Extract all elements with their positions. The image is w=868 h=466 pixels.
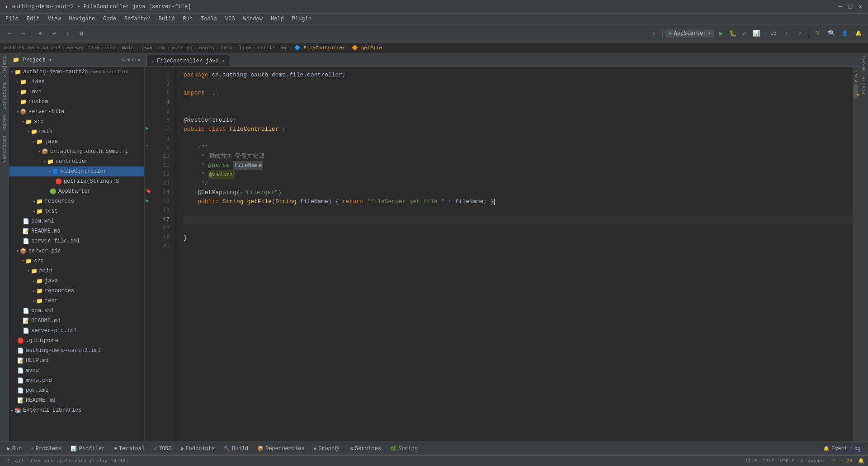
toolbar-account[interactable]: 👤 [839,28,851,39]
breadcrumb-demo[interactable]: demo [221,45,232,51]
breadcrumb-src[interactable]: src [106,45,115,51]
menu-navigate[interactable]: Navigate [65,15,99,23]
editor[interactable]: ▶ ▾ 🔖 ▶ 1 2 3 4 5 6 7 8 9 10 11 [145,67,859,442]
toolbar-update[interactable]: ↑ [781,28,793,39]
tree-server-pic[interactable]: 📦 server-pic [9,246,144,256]
tree-server-iml[interactable]: 📄 server-file.iml [9,236,144,246]
tree-server-pic-iml[interactable]: 📄 server-pic.iml [9,326,144,336]
tab-close-button[interactable]: ✕ [222,58,224,64]
tree-main[interactable]: 📁 main [9,127,144,137]
sidebar-structure-tab[interactable]: Structure [1,80,8,112]
tree-readme-root[interactable]: 📝 README.md [9,395,144,405]
breadcrumb-module[interactable]: server-file [67,45,100,51]
sidebar-favorites-tab[interactable]: Favorites [1,133,8,165]
tree-resources2[interactable]: 📁 resources [9,286,144,296]
menu-view[interactable]: View [44,15,65,23]
toolbar-settings[interactable]: ⚙ [75,28,87,39]
toolbar-help[interactable]: ? [812,28,824,39]
maximize-button[interactable]: □ [847,4,854,10]
tree-resources[interactable]: 📁 resources [9,196,144,206]
bottom-tab-endpoints[interactable]: ⊕ Endpoints [177,444,218,454]
tree-mvnw[interactable]: 📄 mvnw [9,366,144,376]
bottom-tab-graphql[interactable]: ◈ GraphQL [310,444,345,454]
code-area[interactable]: package cn.authing.oauth.demo.file.contr… [176,67,853,442]
debug-button[interactable]: 🐛 [728,29,738,38]
tree-readme2[interactable]: 📝 README.md [9,316,144,326]
project-collapse-icon[interactable]: ≡ [127,57,130,63]
menu-tools[interactable]: Tools [197,15,221,23]
gutter-bookmark-14[interactable]: 🔖 [146,188,151,194]
editor-tab-filecontroller[interactable]: ☕ FileController.java ✕ [146,55,229,67]
menu-run[interactable]: Run [179,15,196,23]
bottom-tab-terminal[interactable]: ⊞ Terminal [110,444,148,454]
breadcrumb-getfile[interactable]: 🔶 getFile [352,45,382,51]
toolbar-nav3[interactable]: ↕ [62,28,74,39]
tree-main-iml[interactable]: 📄 authing-demo-oauth2.iml [9,346,144,356]
minimize-button[interactable]: ─ [837,4,844,10]
tree-mvn[interactable]: 📁 .mvn [9,87,144,97]
bottom-tab-build[interactable]: 🔨 Build [220,444,252,454]
tree-package[interactable]: 📦 cn.authing.oauth.demo.fi [9,147,144,157]
project-close-icon[interactable]: ✕ [137,57,141,63]
tree-test[interactable]: 📁 test [9,206,144,216]
toolbar-forward[interactable]: → [17,28,29,39]
tree-getfile[interactable]: 🔴 getFile(String):S [9,176,144,186]
right-tab-gradle[interactable]: Gradle [860,74,868,97]
menu-window[interactable]: Window [240,15,266,23]
coverage-button[interactable]: ✓ [740,29,750,38]
toolbar-search[interactable]: 🔍 [826,28,837,39]
toolbar-vcs[interactable]: ⎇ [767,28,779,39]
tree-help[interactable]: 📝 HELP.md [9,356,144,366]
bottom-tab-services[interactable]: ⚙ Services [347,444,385,454]
tree-src[interactable]: 📁 src [9,117,144,127]
breadcrumb-java[interactable]: java [141,45,152,51]
status-indent[interactable]: 4 spaces [800,458,824,464]
status-linesep[interactable]: CRLF [762,458,774,464]
tree-root[interactable]: 📁 authing-demo-oauth2 G:\work\authing [9,67,144,77]
bottom-tab-run[interactable]: ▶ Run [4,444,25,454]
tree-filecontroller[interactable]: 🔵 FileController [9,166,144,176]
sidebar-project-tab[interactable]: Project [1,53,8,80]
profile-button[interactable]: 📊 [751,29,761,38]
tree-idea[interactable]: 📁 .idea [9,77,144,87]
menu-refactor[interactable]: Refactor [121,15,154,23]
breadcrumb-oauth[interactable]: oauth [199,45,214,51]
menu-build[interactable]: Build [155,15,178,23]
breadcrumb-controller[interactable]: controller [258,45,288,51]
tree-controller[interactable]: 📁 controller [9,157,144,166]
tree-test2[interactable]: 📁 test [9,296,144,306]
tree-java2[interactable]: 📁 java [9,276,144,286]
bottom-tab-problems[interactable]: ⚠ Problems [27,444,65,454]
tree-pom[interactable]: 📄 pom.xml [9,216,144,226]
bottom-tab-todo[interactable]: ✓ TODO [150,444,175,454]
breadcrumb-project[interactable]: authing-demo-oauth2 [4,45,60,51]
menu-file[interactable]: File [2,15,22,23]
breadcrumb-file[interactable]: file [239,45,251,51]
tree-ext-libs[interactable]: 📚 External Libraries [9,405,144,415]
breadcrumb-authing[interactable]: authing [172,45,193,51]
tree-readme[interactable]: 📝 README.md [9,226,144,236]
menu-help[interactable]: Help [267,15,288,23]
right-tab-maven[interactable]: Maven [860,53,868,74]
scrollbar-thumb[interactable] [854,85,858,98]
menu-edit[interactable]: Edit [23,15,43,23]
close-button[interactable]: ✕ [857,4,863,10]
breadcrumb-cn[interactable]: cn [159,45,165,51]
gutter-run-15[interactable]: ▶ [146,197,149,204]
toolbar-back[interactable]: ← [4,28,15,39]
menu-vcs[interactable]: VCS [222,15,239,23]
tree-pom-root[interactable]: 📄 pom.xml [9,385,144,395]
tree-src2[interactable]: 📁 src [9,256,144,266]
toolbar-bookmark[interactable]: ☆ [648,28,660,39]
project-locate-icon[interactable]: ⊕ [122,57,125,63]
menu-plugin[interactable]: Plugin [288,15,315,23]
status-position[interactable]: 17:6 [745,458,757,464]
editor-scrollbar[interactable]: ⚠ 2 ▲ [853,67,859,442]
tree-mvnw-cmd[interactable]: 📄 mvnw.cmd [9,376,144,385]
tree-server-file[interactable]: 📦 server-file [9,107,144,117]
run-configuration[interactable]: ▶ AppStarter ▾ [665,29,714,38]
toolbar-notifications[interactable]: 🔔 [853,28,864,39]
gutter-run-7[interactable]: ▶ [146,125,149,132]
toolbar-commit[interactable]: ✓ [794,28,806,39]
toolbar-nav1[interactable]: ⊕ [35,28,47,39]
